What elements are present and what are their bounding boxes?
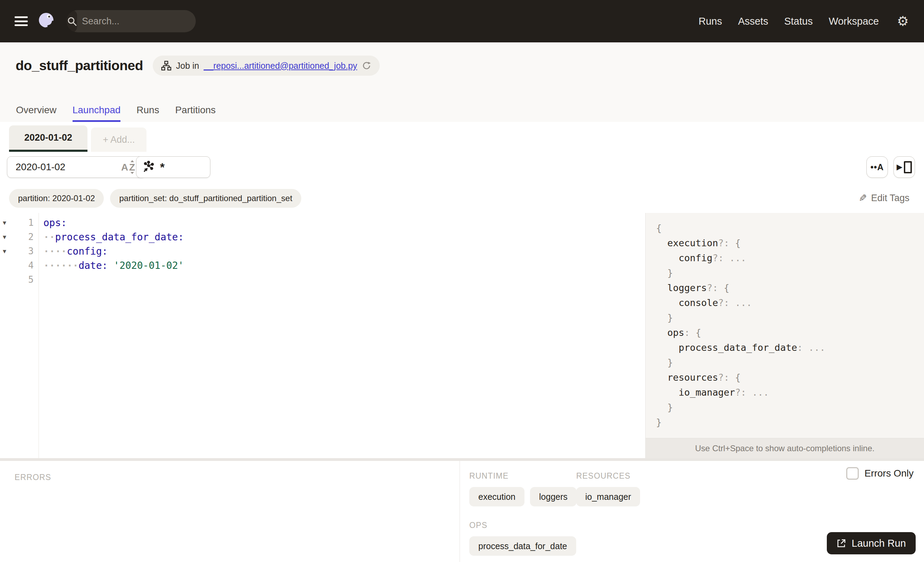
errors-label: ERRORS (15, 473, 51, 482)
hamburger-menu-icon[interactable] (15, 17, 28, 26)
editor-gutter[interactable]: ▼1▼2▼345 (0, 213, 39, 458)
tag-partition: partition: 2020-01-02 (9, 189, 104, 208)
tags-row: partition: 2020-01-02 partition_set: do_… (0, 183, 924, 213)
nav-workspace[interactable]: Workspace (828, 16, 879, 27)
runtime-item-execution[interactable]: execution (469, 487, 525, 506)
nav-runs[interactable]: Runs (698, 16, 722, 27)
errors-pane: ERRORS (0, 461, 460, 562)
tab-runs[interactable]: Runs (136, 105, 159, 122)
op-subset-value: * (160, 161, 165, 173)
autocomplete-hint: Use Ctrl+Space to show auto-completions … (646, 438, 924, 458)
tab-overview[interactable]: Overview (16, 105, 57, 122)
op-graph-select-icon (142, 161, 155, 173)
launch-run-label: Launch Run (852, 538, 906, 549)
page-header: do_stuff_partitioned Job in __reposi...a… (0, 42, 924, 122)
ops-label: OPS (469, 521, 488, 530)
op-subset-select[interactable]: * (136, 156, 210, 178)
runtime-item-loggers[interactable]: loggers (530, 487, 576, 506)
expand-autocompletion-button[interactable]: ••A (866, 156, 888, 178)
resources-label: RESOURCES (576, 471, 631, 480)
errors-only-control: Errors Only (846, 467, 914, 480)
yaml-editor[interactable]: ops:··process_data_for_date:····config:·… (39, 213, 645, 458)
partition-select-value: 2020-01-02 (16, 162, 121, 173)
launch-icon (837, 538, 846, 548)
launch-run-button[interactable]: Launch Run (827, 532, 916, 554)
config-editor-region: ▼1▼2▼345 ops:··process_data_for_date:···… (0, 213, 924, 458)
top-nav-links: Runs Assets Status Workspace ⚙ (698, 15, 924, 28)
scaffold-missing-config-button[interactable]: ▶ (894, 156, 915, 178)
op-item-process-data-for-date[interactable]: process_data_for_date (469, 536, 576, 556)
job-origin-pill: Job in __reposi...artitioned@partitioned… (153, 56, 380, 76)
tab-launchpad[interactable]: Launchpad (72, 105, 121, 122)
partition-select[interactable]: 2020-01-02 A Z (7, 156, 146, 178)
errors-only-checkbox[interactable] (846, 467, 859, 480)
dagit-launchpad-page: / Runs Assets Status Workspace ⚙ do_stuf… (0, 0, 924, 562)
search-input[interactable] (77, 16, 196, 27)
dagster-logo[interactable] (37, 12, 56, 31)
page-title: do_stuff_partitioned (16, 58, 143, 73)
svg-text:A: A (121, 162, 128, 173)
ops-section: OPS process_data_for_date (469, 521, 576, 556)
bottom-panel: ERRORS RUNTIME execution loggers RESOURC… (0, 461, 924, 562)
pane-splitter[interactable] (0, 458, 924, 461)
config-tab-add[interactable]: + Add... (91, 128, 147, 152)
nav-status[interactable]: Status (784, 16, 813, 27)
job-origin-prefix: Job in (176, 61, 199, 71)
scaffold-icon: ▶ (897, 161, 912, 173)
config-schema-panel: { execution?: { config?: ... } loggers?:… (645, 213, 924, 458)
runtime-label: RUNTIME (469, 471, 508, 480)
tab-partitions[interactable]: Partitions (175, 105, 216, 122)
settings-gear-icon[interactable]: ⚙ (897, 15, 909, 28)
errors-only-label: Errors Only (864, 468, 914, 479)
top-navbar: / Runs Assets Status Workspace ⚙ (0, 0, 924, 42)
launchpad-config-tabs: 2020-01-02 + Add... (0, 122, 924, 152)
tag-partition-set: partition_set: do_stuff_partitioned_part… (110, 189, 301, 208)
job-origin-link[interactable]: __reposi...artitioned@partitioned_job.py (204, 61, 357, 71)
edit-tags-label: Edit Tags (871, 193, 909, 204)
resources-section: RESOURCES io_manager (576, 471, 640, 506)
runtime-section: RUNTIME execution loggers (469, 471, 576, 506)
reload-icon[interactable] (362, 61, 371, 71)
selector-row: 2020-01-02 A Z * (0, 152, 924, 183)
svg-text:Z: Z (129, 162, 135, 173)
pencil-icon: ✎ (859, 192, 867, 204)
schema-root: { execution?: { config?: ... } loggers?:… (646, 213, 924, 430)
search-icon (67, 10, 77, 32)
job-tabs: Overview Launchpad Runs Partitions (16, 105, 216, 122)
config-tab-partition[interactable]: 2020-01-02 (9, 125, 87, 152)
resource-item-io-manager[interactable]: io_manager (576, 487, 640, 506)
edit-tags-button[interactable]: ✎ Edit Tags (859, 192, 909, 204)
nav-assets[interactable]: Assets (738, 16, 768, 27)
schema-summary-pane: RUNTIME execution loggers RESOURCES io_m… (460, 461, 924, 562)
global-search[interactable]: / (67, 10, 196, 32)
job-graph-icon (161, 60, 171, 71)
